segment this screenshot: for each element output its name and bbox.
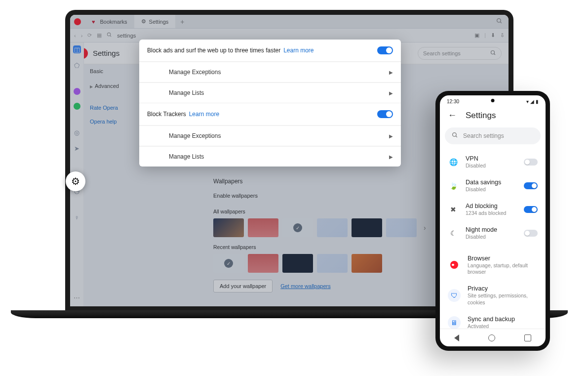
phone-search-placeholder: Search settings [463, 132, 504, 139]
block-trackers-label: Block Trackers [147, 111, 186, 118]
sidenav-advanced[interactable]: Advanced [90, 83, 119, 89]
wallpaper-thumb-selected[interactable]: ✓ [282, 218, 313, 237]
scroll-right-icon[interactable]: › [421, 224, 429, 232]
leaf-icon: 🍃 [448, 180, 459, 191]
wallpaper-thumb[interactable] [352, 254, 382, 273]
trackers-manage-exceptions-row[interactable]: Manage Exceptions ▶ [139, 125, 401, 146]
rail-home-icon[interactable]: ◫ [73, 45, 81, 53]
new-tab-button[interactable]: + [175, 18, 189, 26]
ad-blocking-toggle[interactable] [524, 206, 538, 213]
sidenav-rate-link[interactable]: Rate Opera [90, 105, 119, 111]
forward-icon[interactable]: › [81, 33, 83, 39]
manage-exceptions-label: Manage Exceptions [169, 69, 221, 76]
android-home-icon[interactable] [488, 334, 495, 341]
rail-flow-icon[interactable]: ◎ [73, 128, 81, 136]
rail-pin-icon[interactable]: ♀ [73, 213, 81, 221]
status-time: 12:30 [447, 99, 459, 104]
ads-manage-exceptions-row[interactable]: Manage Exceptions ▶ [139, 62, 401, 83]
phone-nav-bar [440, 329, 546, 346]
block-ads-learn-more-link[interactable]: Learn more [283, 47, 314, 54]
wallpaper-thumb[interactable] [386, 218, 417, 237]
search-settings-input[interactable]: Search settings [418, 47, 502, 60]
data-savings-toggle[interactable] [524, 182, 538, 189]
setting-ad-blocking[interactable]: ✖ Ad blocking1234 ads blocked [440, 198, 546, 221]
block-trackers-row: Block Trackers Learn more [139, 103, 401, 125]
chevron-right-icon: ▶ [389, 133, 393, 139]
tab-search-icon[interactable] [490, 18, 509, 25]
svg-line-1 [500, 22, 502, 23]
tab-settings-label: Settings [149, 19, 169, 25]
camera-hole [491, 99, 495, 102]
tab-bookmarks-label: Bookmarks [100, 19, 127, 25]
svg-line-7 [456, 136, 457, 137]
signal-icon: ◢ [530, 99, 534, 104]
camera-icon[interactable]: ▣ [474, 32, 479, 39]
floating-settings-button[interactable]: ⚙ [66, 171, 85, 191]
wallpaper-thumb[interactable] [282, 254, 313, 273]
add-wallpaper-button[interactable]: Add your wallpaper [213, 280, 273, 292]
wallpaper-thumb-selected[interactable]: ✓ [213, 254, 244, 273]
svg-point-0 [497, 19, 501, 23]
tab-strip: ♥ Bookmarks ⚙ Settings + [70, 15, 509, 29]
rail-send-icon[interactable]: ➤ [73, 144, 81, 152]
android-recent-icon[interactable] [524, 334, 531, 341]
rail-speeddial-icon[interactable]: ⬠ [73, 61, 81, 69]
wallpaper-thumb[interactable] [248, 254, 278, 273]
block-ads-label: Block ads and surf the web up to three t… [147, 47, 280, 54]
save-icon[interactable]: ⇩ [500, 32, 505, 39]
phone-frame: 12:30 ▾ ◢ ▮ ← Settings Search settings 🌐… [435, 91, 550, 351]
address-text[interactable]: settings [117, 33, 136, 39]
get-more-wallpapers-link[interactable]: Get more wallpapers [280, 283, 331, 289]
wallpaper-thumb[interactable] [248, 218, 278, 237]
android-back-icon[interactable] [454, 334, 459, 341]
svg-line-5 [494, 53, 496, 55]
chevron-right-icon: ▶ [389, 154, 393, 160]
search-icon [490, 50, 496, 57]
block-ads-toggle[interactable] [377, 46, 393, 54]
chevron-right-icon: ▶ [389, 70, 393, 75]
wallpaper-thumb[interactable] [352, 218, 382, 237]
setting-privacy[interactable]: 🛡 PrivacySite settings, permissions, coo… [440, 280, 546, 311]
settings-sidenav: Basic Advanced Rate Opera Opera help [90, 68, 119, 132]
opera-icon [448, 258, 461, 271]
reload-icon[interactable]: ⟳ [87, 32, 92, 39]
vpn-toggle[interactable] [524, 159, 538, 166]
setting-browser[interactable]: BrowserLanguage, startup, default browse… [440, 250, 546, 281]
search-icon [452, 132, 458, 140]
wallpaper-thumb[interactable] [317, 218, 348, 237]
enable-wallpapers-label: Enable wallpapers [213, 193, 258, 199]
rail-more-icon[interactable]: ⋯ [73, 293, 81, 301]
sidenav-basic[interactable]: Basic [90, 68, 119, 74]
addr-search-icon [107, 32, 112, 39]
sidenav-help-link[interactable]: Opera help [90, 119, 119, 125]
block-trackers-toggle[interactable] [377, 110, 393, 118]
check-icon: ✓ [224, 259, 233, 268]
check-icon: ✓ [293, 223, 302, 232]
trackers-manage-lists-row[interactable]: Manage Lists ▶ [139, 146, 401, 167]
ads-manage-lists-row[interactable]: Manage Lists ▶ [139, 83, 401, 103]
manage-lists-label: Manage Lists [169, 89, 204, 96]
wallpaper-thumb[interactable] [317, 254, 348, 273]
back-button[interactable]: ← [448, 110, 457, 121]
setting-vpn[interactable]: 🌐 VPNDisabled [440, 150, 546, 174]
gear-icon: ⚙ [141, 18, 146, 25]
setting-night-mode[interactable]: ☾ Night modeDisabled [440, 221, 546, 245]
wifi-icon: ▾ [526, 99, 529, 104]
block-trackers-learn-more-link[interactable]: Learn more [189, 111, 219, 118]
setting-sync[interactable]: 🖥 Sync and backupActivated [440, 311, 546, 329]
shield-icon: 🛡 [448, 289, 461, 302]
apps-icon[interactable]: ▦ [97, 32, 102, 39]
back-icon[interactable]: ‹ [74, 33, 76, 39]
rail-whatsapp-icon[interactable] [74, 103, 80, 110]
settings-modal: Block ads and surf the web up to three t… [139, 40, 401, 167]
phone-title: Settings [466, 111, 496, 121]
tab-bookmarks[interactable]: ♥ Bookmarks [85, 15, 134, 28]
wallpaper-thumb[interactable] [213, 218, 244, 237]
phone-search-input[interactable]: Search settings [445, 127, 541, 144]
battery-icon: ▮ [536, 99, 539, 104]
rail-messenger-icon[interactable] [74, 88, 80, 95]
night-mode-toggle[interactable] [524, 230, 538, 237]
tab-settings[interactable]: ⚙ Settings [134, 15, 176, 28]
setting-data-savings[interactable]: 🍃 Data savingsDisabled [440, 174, 546, 198]
download-icon[interactable]: ⬇ [491, 32, 495, 39]
